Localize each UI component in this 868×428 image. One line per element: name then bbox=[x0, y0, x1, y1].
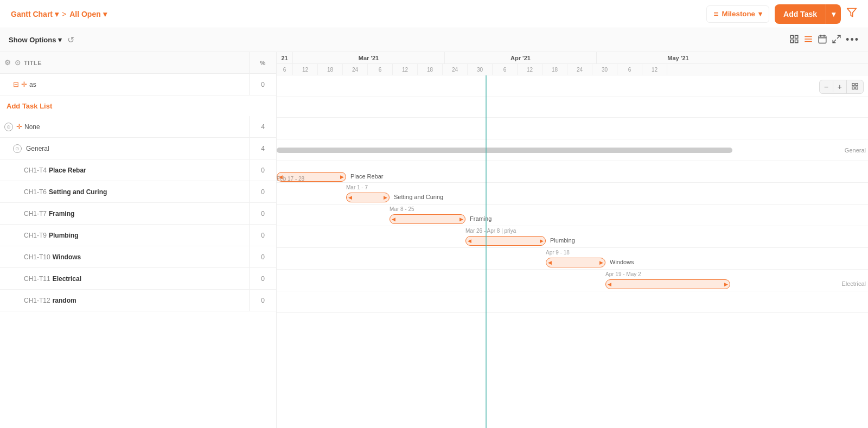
gantt-month-mar: Mar '21 bbox=[293, 52, 445, 63]
add-task-list-label: Add Task List bbox=[7, 102, 52, 110]
task-row-ch1t6[interactable]: CH1-T6 Setting and Curing 0 bbox=[0, 181, 276, 203]
calendar-button[interactable] bbox=[818, 34, 827, 46]
svg-rect-8 bbox=[819, 36, 826, 43]
filter-button[interactable] bbox=[846, 7, 857, 21]
gantt-body: − + General bbox=[277, 75, 868, 428]
svg-rect-3 bbox=[790, 40, 793, 42]
task-title-as: ⊟ ✛ as bbox=[0, 80, 249, 88]
gantt-row-ch1t12 bbox=[277, 291, 868, 313]
task-pct-general: 4 bbox=[249, 138, 276, 159]
task-row-ch1t9[interactable]: CH1-T9 Plumbing 0 bbox=[0, 225, 276, 246]
left-panel: ⚙ ⊙ TITLE % ⊟ ✛ as 0 Add Task List ⊙ ✛ N… bbox=[0, 52, 277, 428]
svg-marker-0 bbox=[847, 9, 857, 17]
svg-rect-14 bbox=[852, 84, 854, 86]
gantt-month-21: 21 bbox=[277, 52, 293, 63]
zoom-in-button[interactable]: + bbox=[833, 80, 846, 93]
bar-ch1t7[interactable]: ◀ ▶ bbox=[390, 214, 465, 224]
task-title-ch1t9: CH1-T9 Plumbing bbox=[0, 232, 249, 239]
add-task-button[interactable]: Add Task ▾ bbox=[775, 4, 841, 24]
milestone-label: Milestone bbox=[722, 10, 755, 18]
bar-ch1t4[interactable]: ◀ ▶ bbox=[277, 172, 346, 182]
all-open-link[interactable]: All Open ▾ bbox=[69, 10, 107, 18]
task-label-none: None bbox=[24, 123, 40, 131]
task-pct-ch1t9: 0 bbox=[249, 225, 276, 246]
bar-label-ch1t10: Windows bbox=[610, 259, 634, 265]
task-id-ch1t9: CH1-T9 bbox=[24, 232, 47, 239]
gantt-day: 6 bbox=[368, 64, 393, 75]
task-pct-ch1t11: 0 bbox=[249, 268, 276, 289]
task-row-ch1t11[interactable]: CH1-T11 Electrical 0 bbox=[0, 268, 276, 290]
task-row[interactable]: ⊟ ✛ as 0 bbox=[0, 74, 276, 95]
gantt-chart-label: Gantt Chart bbox=[11, 10, 53, 18]
more-options-button[interactable]: ••• bbox=[846, 34, 859, 46]
task-row-none[interactable]: ⊙ ✛ None 4 bbox=[0, 116, 276, 138]
task-label-general: General bbox=[26, 145, 49, 152]
expand-button[interactable] bbox=[832, 34, 841, 46]
bar-ch1t9[interactable]: ◀ ▶ bbox=[465, 236, 546, 246]
zoom-fit-button[interactable] bbox=[846, 80, 863, 93]
task-row-ch1t10[interactable]: CH1-T10 Windows 0 bbox=[0, 246, 276, 268]
month-label-mar: Mar '21 bbox=[359, 55, 379, 61]
gantt-months-row: 21 Mar '21 Apr '21 May '21 bbox=[277, 52, 868, 64]
task-id-ch1t11: CH1-T11 bbox=[24, 275, 50, 283]
svg-rect-17 bbox=[856, 87, 858, 89]
bar-label-ch1t6: Setting and Curing bbox=[394, 194, 443, 200]
gantt-chart-link[interactable]: Gantt Chart ▾ bbox=[11, 10, 59, 18]
gantt-header: 21 Mar '21 Apr '21 May '21 6 12 18 24 6 bbox=[277, 52, 868, 75]
task-row-ch1t4[interactable]: CH1-T4 Place Rebar 0 bbox=[0, 159, 276, 181]
task-label-ch1t12: random bbox=[53, 297, 76, 304]
general-bar-label: General bbox=[845, 147, 866, 154]
show-options-button[interactable]: Show Options ▾ bbox=[9, 36, 62, 44]
view-option-1-button[interactable] bbox=[789, 34, 799, 46]
title-column-header: TITLE bbox=[24, 60, 42, 66]
gantt-row-ch1t11: Apr 19 - May 2 ◀ ▶ Electrical bbox=[277, 270, 868, 291]
task-title-ch1t4: CH1-T4 Place Rebar bbox=[0, 167, 249, 174]
gantt-day: 24 bbox=[567, 64, 592, 75]
task-title-ch1t12: CH1-T12 random bbox=[0, 297, 249, 304]
gantt-row-ch1t7: Mar 8 - 25 ◀ ▶ Framing bbox=[277, 205, 868, 226]
bar-ch1t6[interactable]: ◀ ▶ bbox=[346, 193, 390, 202]
gantt-day: 6 bbox=[617, 64, 642, 75]
month-label-apr: Apr '21 bbox=[510, 55, 531, 61]
toolbar-right: ••• bbox=[789, 34, 859, 46]
milestone-button[interactable]: ≡ Milestone ▾ bbox=[706, 5, 769, 23]
task-title-ch1t7: CH1-T7 Framing bbox=[0, 210, 249, 218]
main-content: ⚙ ⊙ TITLE % ⊟ ✛ as 0 Add Task List ⊙ ✛ N… bbox=[0, 52, 868, 428]
panel-header: ⚙ ⊙ TITLE % bbox=[0, 52, 276, 74]
bar-label-ch1t4: Place Rebar bbox=[350, 173, 384, 180]
milestone-icon: ≡ bbox=[713, 9, 718, 19]
gantt-day: 6 bbox=[277, 64, 293, 75]
top-nav: Gantt Chart ▾ > All Open ▾ ≡ Milestone ▾… bbox=[0, 0, 868, 28]
bar-label-ch1t11: Electrical bbox=[841, 280, 866, 287]
add-task-list-button[interactable]: Add Task List bbox=[0, 95, 276, 116]
gantt-row-ch1t9: Mar 26 - Apr 8 | priya ◀ ▶ Plumbing bbox=[277, 226, 868, 248]
gantt-day: 18 bbox=[542, 64, 567, 75]
gantt-row-as bbox=[277, 75, 868, 97]
today-line bbox=[486, 75, 487, 428]
gantt-day: 24 bbox=[443, 64, 468, 75]
undo-button[interactable]: ↺ bbox=[67, 35, 74, 45]
zoom-out-button[interactable]: − bbox=[820, 80, 833, 93]
gantt-row-ch1t4: Feb 17 - 28 ◀ ▶ Place Rebar bbox=[277, 161, 868, 183]
month-label-21: 21 bbox=[281, 55, 288, 61]
task-pct-ch1t6: 0 bbox=[249, 181, 276, 202]
task-title-general: ⊙ General bbox=[0, 144, 249, 153]
svg-rect-16 bbox=[852, 87, 854, 89]
task-title-ch1t10: CH1-T10 Windows bbox=[0, 253, 249, 261]
task-row-ch1t7[interactable]: CH1-T7 Framing 0 bbox=[0, 203, 276, 225]
bar-ch1t10[interactable]: ◀ ▶ bbox=[546, 258, 605, 267]
bar-ch1t11[interactable]: ◀ ▶ bbox=[605, 279, 730, 289]
task-label-ch1t10: Windows bbox=[53, 253, 81, 261]
task-row-ch1t12[interactable]: CH1-T12 random 0 bbox=[0, 290, 276, 311]
gantt-row-ch1t6: Mar 1 - 7 ◀ ▶ Setting and Curing bbox=[277, 183, 868, 205]
task-row-general[interactable]: ⊙ General 4 bbox=[0, 138, 276, 159]
all-open-chevron: ▾ bbox=[103, 10, 107, 18]
task-label-as: as bbox=[29, 81, 36, 88]
show-options-chevron: ▾ bbox=[58, 36, 62, 44]
gantt-day: 6 bbox=[493, 64, 518, 75]
view-option-2-button[interactable] bbox=[803, 34, 813, 46]
gantt-day: 30 bbox=[468, 64, 493, 75]
settings-icon: ⚙ bbox=[4, 59, 11, 67]
show-options-label: Show Options bbox=[9, 36, 56, 44]
gantt-day: 12 bbox=[642, 64, 667, 75]
